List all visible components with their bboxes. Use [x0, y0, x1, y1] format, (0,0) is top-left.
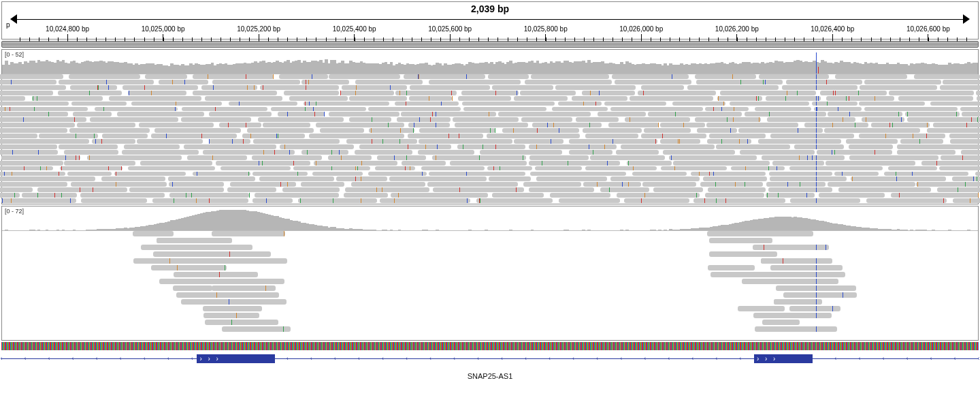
aligned-read[interactable] [128, 166, 215, 171]
aligned-read[interactable] [395, 91, 457, 95]
aligned-read[interactable] [301, 182, 345, 187]
aligned-read[interactable] [864, 107, 958, 112]
aligned-read[interactable] [201, 85, 257, 90]
aligned-read[interactable] [760, 313, 819, 318]
aligned-read[interactable] [782, 85, 858, 90]
aligned-read[interactable] [555, 85, 635, 90]
aligned-read[interactable] [812, 102, 858, 106]
aligned-read[interactable] [648, 112, 742, 117]
aligned-read[interactable] [600, 187, 649, 192]
aligned-read[interactable] [252, 172, 308, 176]
aligned-read[interactable] [329, 112, 399, 117]
aligned-read[interactable] [22, 193, 77, 198]
aligned-read[interactable] [1, 198, 76, 203]
aligned-read[interactable] [720, 91, 815, 95]
aligned-read[interactable] [687, 85, 779, 90]
aligned-read[interactable] [514, 96, 568, 101]
aligned-read[interactable] [617, 193, 700, 198]
aligned-read[interactable] [884, 172, 968, 176]
aligned-read[interactable] [529, 144, 616, 149]
aligned-read[interactable] [92, 139, 135, 144]
aligned-read[interactable] [0, 123, 75, 127]
aligned-read[interactable] [644, 128, 690, 133]
aligned-read[interactable] [907, 117, 980, 122]
exon-1[interactable]: ››› [197, 354, 275, 363]
aligned-read[interactable] [975, 172, 980, 176]
aligned-read[interactable] [349, 96, 407, 101]
aligned-read[interactable] [260, 85, 339, 90]
aligned-read[interactable] [696, 80, 783, 84]
aligned-read[interactable] [122, 150, 199, 155]
aligned-read[interactable] [569, 139, 657, 144]
aligned-read[interactable] [977, 96, 980, 101]
aligned-read[interactable] [767, 117, 856, 122]
aligned-read[interactable] [709, 134, 766, 138]
aligned-read[interactable] [278, 112, 325, 117]
aligned-read[interactable] [608, 123, 659, 127]
aligned-read[interactable] [60, 166, 122, 171]
aligned-read[interactable] [705, 107, 749, 112]
aligned-read[interactable] [653, 187, 704, 192]
aligned-read[interactable] [129, 187, 225, 192]
aligned-read[interactable] [64, 150, 118, 155]
aligned-read[interactable] [212, 80, 301, 84]
aligned-read[interactable] [536, 176, 607, 181]
aligned-read[interactable] [0, 80, 56, 84]
aligned-read[interactable] [87, 155, 182, 160]
aligned-read[interactable] [488, 74, 529, 79]
aligned-read[interactable] [219, 123, 262, 127]
aligned-read[interactable] [891, 193, 979, 198]
aligned-read[interactable] [525, 80, 612, 84]
aligned-read[interactable] [421, 166, 485, 171]
aligned-read[interactable] [616, 150, 659, 155]
aligned-read[interactable] [80, 193, 165, 198]
aligned-read[interactable] [230, 182, 296, 187]
aligned-read[interactable] [140, 161, 212, 166]
aligned-read[interactable] [520, 91, 576, 95]
aligned-read[interactable] [672, 102, 725, 106]
aligned-read[interactable] [788, 258, 821, 264]
aligned-read[interactable] [131, 102, 223, 106]
aligned-read[interactable] [298, 198, 378, 203]
aligned-read[interactable] [585, 166, 656, 171]
aligned-read[interactable] [455, 123, 528, 127]
aligned-read[interactable] [778, 245, 829, 250]
aligned-read[interactable] [67, 172, 112, 176]
aligned-read[interactable] [590, 155, 666, 160]
aligned-read[interactable] [642, 182, 696, 187]
aligned-read[interactable] [408, 134, 484, 138]
aligned-read[interactable] [255, 193, 339, 198]
aligned-read[interactable] [209, 139, 250, 144]
aligned-read[interactable] [828, 112, 902, 117]
aligned-read[interactable] [320, 128, 365, 133]
aligned-read[interactable] [871, 123, 930, 127]
aligned-read[interactable] [846, 139, 898, 144]
aligned-read[interactable] [952, 176, 980, 181]
aligned-read[interactable] [695, 74, 756, 79]
aligned-read[interactable] [783, 292, 856, 298]
aligned-read[interactable] [817, 150, 892, 155]
aligned-read[interactable] [960, 107, 980, 112]
aligned-read[interactable] [641, 85, 684, 90]
aligned-read[interactable] [259, 176, 334, 181]
aligned-read[interactable] [209, 112, 272, 117]
aligned-read[interactable] [145, 74, 187, 79]
aligned-read[interactable] [1, 155, 80, 160]
aligned-read[interactable] [615, 80, 692, 84]
aligned-read[interactable] [582, 91, 635, 95]
aligned-read[interactable] [419, 139, 512, 144]
aligned-read[interactable] [900, 139, 943, 144]
aligned-read[interactable] [706, 123, 798, 127]
aligned-read[interactable] [962, 112, 980, 117]
aligned-read[interactable] [0, 117, 86, 122]
aligned-read[interactable] [389, 176, 487, 181]
aligned-read[interactable] [695, 117, 762, 122]
aligned-read[interactable] [521, 117, 573, 122]
aligned-read[interactable] [168, 176, 255, 181]
aligned-read[interactable] [220, 166, 291, 171]
aligned-read[interactable] [139, 123, 213, 127]
aligned-read[interactable] [349, 117, 392, 122]
aligned-read[interactable] [368, 107, 461, 112]
aligned-read[interactable] [480, 150, 562, 155]
aligned-read[interactable] [77, 123, 135, 127]
